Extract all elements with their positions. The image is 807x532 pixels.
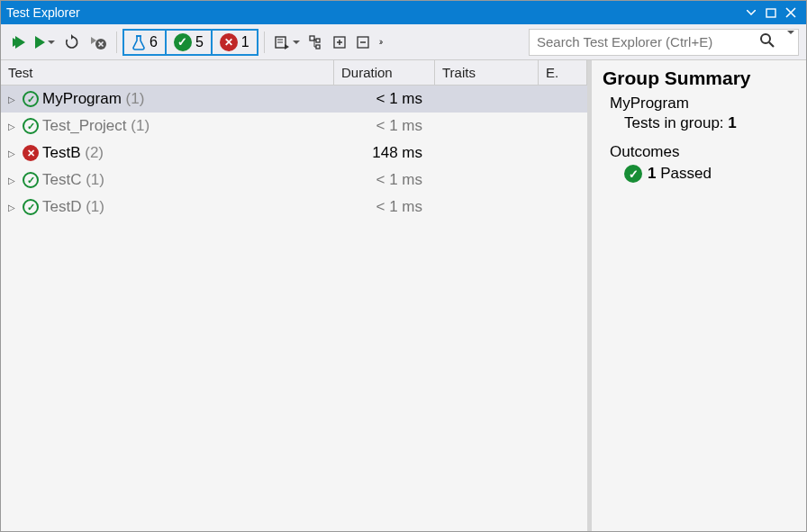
check-circle-icon: ✓ xyxy=(23,172,39,188)
playlist-icon xyxy=(274,34,290,50)
outcomes-label: Outcomes xyxy=(610,143,795,161)
summary-group-name: MyProgram xyxy=(610,95,795,113)
test-name: TestD (1) xyxy=(42,198,104,216)
test-cell: ▷✕TestB (2) xyxy=(1,144,334,162)
main-area: Test Duration Traits E. ▷✓MyProgram (1)<… xyxy=(1,60,806,531)
x-circle-icon: ✕ xyxy=(23,145,39,161)
test-count: (1) xyxy=(86,198,104,215)
summary-tests-line: Tests in group: 1 xyxy=(624,114,795,132)
x-circle-icon: ✕ xyxy=(220,33,238,51)
svg-rect-0 xyxy=(766,9,775,17)
test-row[interactable]: ▷✓TestC (1)< 1 ms xyxy=(1,167,587,194)
column-e[interactable]: E. xyxy=(539,60,587,85)
outcome-row: ✓ 1 Passed xyxy=(624,165,795,183)
outcome-label: Passed xyxy=(660,165,712,182)
failed-tests-counter[interactable]: ✕ 1 xyxy=(213,31,257,54)
column-test[interactable]: Test xyxy=(1,60,334,85)
svg-line-15 xyxy=(769,42,774,47)
test-count: (1) xyxy=(131,117,150,134)
test-name: Test_Project (1) xyxy=(42,117,150,135)
duration-cell: < 1 ms xyxy=(334,171,435,189)
separator xyxy=(116,32,117,53)
expand-chevron-icon[interactable]: ▷ xyxy=(8,203,19,212)
flask-icon xyxy=(131,34,146,50)
repeat-button[interactable] xyxy=(60,30,84,55)
run-all-button[interactable] xyxy=(8,30,30,55)
total-tests-counter[interactable]: 6 xyxy=(124,31,167,54)
chevron-down-icon xyxy=(293,41,300,44)
test-cell: ▷✓TestD (1) xyxy=(1,198,334,216)
maximize-button[interactable] xyxy=(761,3,781,23)
run-button[interactable] xyxy=(32,30,59,55)
search-dropdown[interactable] xyxy=(781,34,798,50)
hierarchy-icon xyxy=(309,35,323,50)
cancel-run-button[interactable] xyxy=(86,30,111,55)
svg-rect-7 xyxy=(316,39,320,42)
check-circle-icon: ✓ xyxy=(23,118,39,134)
summary-panel: Group Summary MyProgram Tests in group: … xyxy=(592,60,806,531)
test-count: (1) xyxy=(86,171,104,188)
playlist-button[interactable] xyxy=(270,30,304,55)
close-button[interactable] xyxy=(781,3,801,23)
check-circle-icon: ✓ xyxy=(174,33,192,51)
dropdown-button[interactable] xyxy=(741,3,761,23)
window-title: Test Explorer xyxy=(6,5,741,20)
expand-chevron-icon[interactable]: ▷ xyxy=(8,176,19,185)
passed-count: 5 xyxy=(195,34,204,50)
test-name: TestC (1) xyxy=(42,171,104,189)
tree-header: Test Duration Traits E. xyxy=(1,60,587,86)
expand-chevron-icon[interactable]: ▷ xyxy=(8,122,19,131)
collapse-icon xyxy=(356,35,370,50)
column-duration[interactable]: Duration xyxy=(334,60,435,85)
check-circle-icon: ✓ xyxy=(624,165,642,183)
column-traits[interactable]: Traits xyxy=(435,60,539,85)
test-row[interactable]: ▷✕TestB (2)148 ms xyxy=(1,140,587,167)
test-cell: ▷✓TestC (1) xyxy=(1,171,334,189)
repeat-icon xyxy=(64,34,80,50)
duration-cell: 148 ms xyxy=(334,144,435,162)
expand-chevron-icon[interactable]: ▷ xyxy=(8,95,19,104)
duration-cell: < 1 ms xyxy=(334,117,435,135)
duration-cell: < 1 ms xyxy=(334,90,435,108)
tree-body: ▷✓MyProgram (1)< 1 ms▷✓Test_Project (1)<… xyxy=(1,86,587,531)
test-tree-panel: Test Duration Traits E. ▷✓MyProgram (1)<… xyxy=(1,60,592,531)
expand-icon xyxy=(332,35,347,50)
svg-point-14 xyxy=(761,34,770,43)
test-cell: ▷✓MyProgram (1) xyxy=(1,90,334,108)
test-name: MyProgram (1) xyxy=(42,90,144,108)
svg-rect-6 xyxy=(310,36,314,41)
test-counters: 6 ✓ 5 ✕ 1 xyxy=(122,29,258,56)
overflow-chevron-icon[interactable]: ›› xyxy=(376,38,385,47)
svg-rect-8 xyxy=(316,45,320,49)
play-cancel-icon xyxy=(89,34,107,50)
chevron-down-icon xyxy=(787,31,794,50)
test-row[interactable]: ▷✓TestD (1)< 1 ms xyxy=(1,194,587,221)
check-circle-icon: ✓ xyxy=(23,91,39,107)
search-box[interactable] xyxy=(529,29,799,56)
expand-all-button[interactable] xyxy=(329,30,350,55)
test-name: TestB (2) xyxy=(42,144,104,162)
group-by-button[interactable] xyxy=(305,30,327,55)
play-icon xyxy=(35,36,45,49)
test-count: (1) xyxy=(126,90,145,107)
test-count: (2) xyxy=(85,144,104,161)
collapse-all-button[interactable] xyxy=(352,30,374,55)
check-circle-icon: ✓ xyxy=(23,199,39,215)
passed-tests-counter[interactable]: ✓ 5 xyxy=(167,31,213,54)
tests-label: Tests in group: xyxy=(624,114,724,131)
search-icon[interactable] xyxy=(754,32,781,52)
search-input[interactable] xyxy=(530,31,754,53)
outcome-text: 1 Passed xyxy=(648,165,712,183)
summary-header: Group Summary xyxy=(603,68,795,89)
tests-count: 1 xyxy=(728,114,736,131)
toolbar: 6 ✓ 5 ✕ 1 ›› xyxy=(1,24,806,60)
test-row[interactable]: ▷✓Test_Project (1)< 1 ms xyxy=(1,113,587,140)
duration-cell: < 1 ms xyxy=(334,198,435,216)
expand-chevron-icon[interactable]: ▷ xyxy=(8,149,19,158)
outcome-count: 1 xyxy=(648,165,656,182)
separator xyxy=(264,32,265,53)
test-row[interactable]: ▷✓MyProgram (1)< 1 ms xyxy=(1,86,587,113)
chevron-down-icon xyxy=(48,41,55,44)
test-cell: ▷✓Test_Project (1) xyxy=(1,117,334,135)
title-bar: Test Explorer xyxy=(1,1,806,24)
